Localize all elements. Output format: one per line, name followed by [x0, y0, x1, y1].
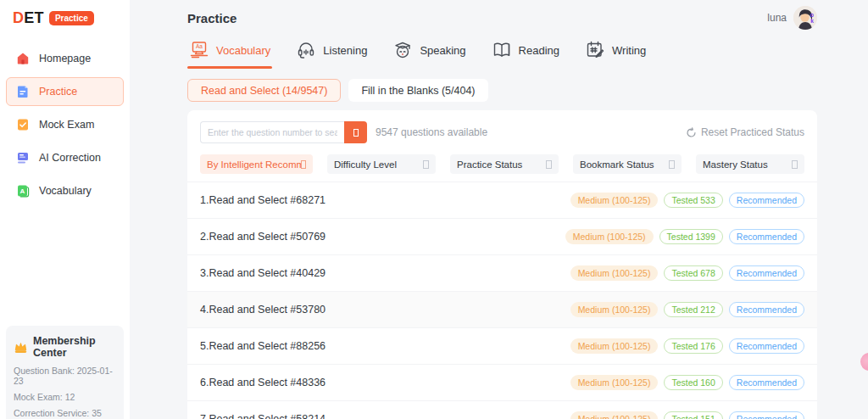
filter-bookmark-status[interactable]: Bookmark Status	[573, 154, 682, 174]
recommended-badge: Recommended	[729, 265, 804, 281]
tab-listening[interactable]: Listening	[294, 37, 369, 70]
svg-text:A: A	[20, 187, 25, 195]
recommended-badge: Recommended	[729, 229, 804, 244]
membership-correction-service: Correction Service: 35	[14, 408, 116, 418]
badge-group: Medium (100-125) Tested 212 Recommended	[570, 302, 804, 317]
membership-card: Membership Center Question Bank: 2025-01…	[6, 326, 124, 419]
question-title: 4.Read and Select #53780	[200, 304, 326, 316]
filter-label: Bookmark Status	[580, 159, 654, 170]
subtab-read-and-select[interactable]: Read and Select (14/9547)	[187, 79, 341, 102]
tested-badge: Tested 1399	[659, 229, 723, 244]
tab-speaking[interactable]: Speaking	[391, 37, 467, 70]
reset-label: Reset Practiced Status	[701, 126, 804, 138]
membership-question-bank: Question Bank: 2025-01-23	[14, 366, 116, 386]
tab-writing[interactable]: Writing	[583, 37, 648, 70]
sidebar-item-label: AI Correction	[39, 152, 101, 164]
question-title: 6.Read and Select #48336	[200, 377, 326, 388]
svg-text:o: o	[810, 12, 814, 18]
sidebar-item-ai-correction[interactable]: AI Correction	[6, 143, 124, 172]
search-icon	[353, 129, 359, 137]
question-title: 1.Read and Select #68271	[200, 194, 326, 206]
badge-group: Medium (100-125) Tested 160 Recommended	[570, 375, 804, 390]
sidebar-item-vocabulary[interactable]: A Vocabulary	[6, 176, 124, 205]
filter-label: By Intelligent Recommendati	[207, 159, 301, 170]
filter-mastery-status[interactable]: Mastery Status	[696, 154, 804, 174]
dropdown-arrow-icon	[546, 160, 552, 169]
difficulty-badge: Medium (100-125)	[570, 265, 659, 281]
logo-practice-badge: Practice	[49, 11, 94, 25]
speaking-tab-icon	[392, 41, 413, 59]
difficulty-badge: Medium (100-125)	[570, 411, 659, 419]
dropdown-arrow-icon	[301, 160, 306, 169]
main-area: Practice luna o k	[130, 0, 868, 419]
badge-group: Medium (100-125) Tested 533 Recommended	[570, 193, 804, 208]
sidebar: DET Practice Homepage Practice Mock Exam	[0, 0, 130, 419]
tab-label: Writing	[612, 44, 646, 57]
filter-difficulty-level[interactable]: Difficulty Level	[327, 154, 436, 174]
page-title: Practice	[187, 11, 236, 25]
tested-badge: Tested 533	[664, 193, 722, 208]
ai-correction-icon	[16, 151, 30, 165]
exam-check-icon	[16, 118, 30, 131]
tab-label: Speaking	[420, 44, 465, 57]
logo-letter-d: D	[13, 9, 24, 26]
question-row[interactable]: 3.Read and Select #40429 Medium (100-125…	[187, 254, 817, 291]
filter-row: By Intelligent Recommendati Difficulty L…	[200, 154, 804, 174]
tab-label: Listening	[323, 44, 367, 57]
tab-label: Vocabulary	[216, 44, 270, 57]
sidebar-item-label: Mock Exam	[39, 119, 94, 131]
top-bar: Practice luna o k	[187, 0, 817, 32]
reading-tab-icon	[492, 41, 512, 59]
dropdown-arrow-icon	[669, 160, 675, 169]
difficulty-badge: Medium (100-125)	[570, 193, 659, 208]
question-row-highlighted[interactable]: 4.Read and Select #53780 Medium (100-125…	[187, 291, 817, 327]
search-button[interactable]	[344, 121, 367, 143]
question-row[interactable]: 1.Read and Select #68271 Medium (100-125…	[187, 182, 817, 218]
membership-title: Membership Center	[33, 335, 116, 359]
badge-group: Medium (100-125) Tested 176 Recommended	[570, 338, 804, 354]
avatar[interactable]: o k	[793, 6, 817, 30]
sidebar-item-label: Vocabulary	[39, 185, 92, 197]
sidebar-item-label: Practice	[39, 86, 77, 98]
reset-practiced-status[interactable]: Reset Practiced Status	[686, 126, 804, 138]
difficulty-badge: Medium (100-125)	[570, 375, 659, 390]
question-type-tabs: Read and Select (14/9547) Fill in the Bl…	[187, 79, 817, 102]
tab-reading[interactable]: Reading	[490, 37, 561, 70]
membership-title-row: Membership Center	[14, 335, 116, 359]
question-row[interactable]: 6.Read and Select #48336 Medium (100-125…	[187, 364, 817, 400]
badge-group: Medium (100-125) Tested 678 Recommended	[570, 265, 804, 281]
tested-badge: Tested 176	[664, 338, 722, 354]
tab-vocabulary[interactable]: Aa Vocabulary	[187, 37, 272, 70]
question-row[interactable]: 5.Read and Select #88256 Medium (100-125…	[187, 327, 817, 364]
vocabulary-a-icon: A	[16, 184, 30, 198]
question-title: 5.Read and Select #88256	[200, 340, 326, 352]
recommended-badge: Recommended	[729, 411, 804, 419]
dropdown-arrow-icon	[792, 160, 798, 169]
sidebar-item-practice[interactable]: Practice	[6, 77, 124, 106]
dropdown-arrow-icon	[423, 160, 429, 169]
sidebar-item-mock-exam[interactable]: Mock Exam	[6, 110, 124, 139]
vocabulary-tab-icon: Aa	[189, 41, 209, 59]
question-row[interactable]: 7.Read and Select #58214 Medium (100-125…	[187, 400, 817, 419]
question-list-card: 9547 questions available Reset Practiced…	[187, 110, 817, 419]
tab-label: Reading	[519, 44, 559, 57]
recommended-badge: Recommended	[729, 302, 804, 317]
subtab-fill-in-the-blanks[interactable]: Fill in the Blanks (5/404)	[348, 79, 487, 102]
filter-label: Practice Status	[457, 159, 522, 170]
document-icon	[16, 85, 30, 98]
username: luna	[767, 12, 787, 24]
search-input[interactable]	[200, 121, 344, 143]
question-row[interactable]: 2.Read and Select #50769 Medium (100-125…	[187, 218, 817, 254]
listening-tab-icon	[296, 41, 316, 59]
badge-group: Medium (100-125) Tested 1399 Recommended	[565, 229, 804, 244]
filter-intelligent-recommendation[interactable]: By Intelligent Recommendati	[200, 154, 313, 174]
difficulty-badge: Medium (100-125)	[570, 338, 659, 354]
logo-letters-et: ET	[24, 9, 44, 26]
sidebar-item-label: Homepage	[39, 53, 91, 64]
filter-practice-status[interactable]: Practice Status	[450, 154, 559, 174]
tested-badge: Tested 212	[664, 302, 722, 317]
filter-label: Difficulty Level	[334, 159, 397, 170]
logo-wordmark: DET	[13, 9, 44, 27]
user-menu[interactable]: luna o k	[767, 6, 817, 30]
sidebar-item-homepage[interactable]: Homepage	[6, 44, 124, 73]
